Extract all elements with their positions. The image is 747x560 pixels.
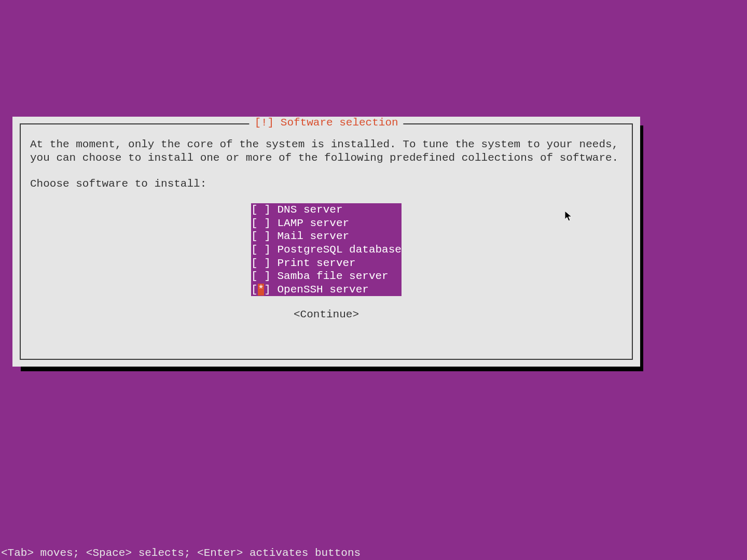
dialog-border: [!] Software selection At the moment, on… <box>20 123 633 360</box>
checkbox-bracket-left: [ <box>251 270 258 282</box>
checkbox-bracket-left: [ <box>251 257 258 269</box>
checkbox-bracket-right: ] <box>264 257 277 269</box>
software-option[interactable]: [ ] Samba file server <box>251 270 402 283</box>
software-option[interactable]: [ ] PostgreSQL database <box>251 243 402 257</box>
checkbox-bracket-left: [ <box>251 244 258 256</box>
software-options-list[interactable]: [ ] DNS server [ ] LAMP server [ ] Mail … <box>251 203 402 296</box>
checkbox-bracket-right: ] <box>264 217 277 229</box>
checkbox-bracket-left: [ <box>251 284 258 296</box>
software-option-label: LAMP server <box>277 217 401 229</box>
dialog-prompt: Choose software to install: <box>30 178 622 190</box>
checkbox-bracket-right: ] <box>264 204 277 216</box>
checkbox-bracket-left: [ <box>251 230 258 242</box>
software-selection-dialog: [!] Software selection At the moment, on… <box>12 117 640 367</box>
software-option-label: Samba file server <box>277 270 401 282</box>
software-option-label: PostgreSQL database <box>277 244 401 256</box>
software-option[interactable]: [ ] Print server <box>251 257 402 270</box>
checkbox-bracket-right: ] <box>264 270 277 282</box>
software-option[interactable]: [*] OpenSSH server <box>251 283 402 297</box>
checkbox-mark[interactable]: * <box>258 284 265 296</box>
software-option[interactable]: [ ] Mail server <box>251 230 402 243</box>
footer-help-text: <Tab> moves; <Space> selects; <Enter> ac… <box>1 547 361 559</box>
software-option-label: Mail server <box>277 230 401 242</box>
checkbox-mark[interactable] <box>258 257 265 269</box>
dialog-title: [!] Software selection <box>249 117 403 129</box>
checkbox-bracket-right: ] <box>264 244 277 256</box>
checkbox-mark[interactable] <box>258 270 265 282</box>
checkbox-bracket-right: ] <box>264 230 277 242</box>
checkbox-bracket-left: [ <box>251 217 258 229</box>
software-option-label: Print server <box>277 257 401 269</box>
options-container: [ ] DNS server [ ] LAMP server [ ] Mail … <box>30 203 622 296</box>
checkbox-bracket-left: [ <box>251 204 258 216</box>
software-option[interactable]: [ ] LAMP server <box>251 217 402 230</box>
checkbox-mark[interactable] <box>258 217 265 229</box>
software-option-label: OpenSSH server <box>277 284 401 296</box>
software-option[interactable]: [ ] DNS server <box>251 203 402 217</box>
continue-button[interactable]: <Continue> <box>294 309 359 320</box>
checkbox-bracket-right: ] <box>264 284 277 296</box>
software-option-label: DNS server <box>277 204 401 216</box>
checkbox-mark[interactable] <box>258 204 265 216</box>
dialog-description: At the moment, only the core of the syst… <box>30 138 622 164</box>
checkbox-mark[interactable] <box>258 230 265 242</box>
continue-container: <Continue> <box>30 309 622 320</box>
checkbox-mark[interactable] <box>258 244 265 256</box>
